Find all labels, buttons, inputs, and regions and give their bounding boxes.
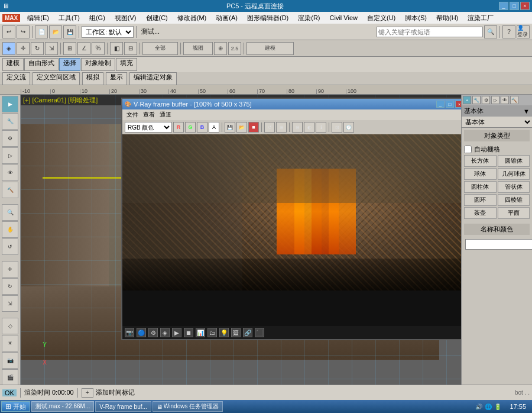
obj-pyramid[interactable]: 四棱锥 [498,194,530,206]
vray-frame-buffer[interactable]: 🎨 V-Ray frame buffer - [100% of 500 x 37… [121,98,461,340]
menu-civil-view[interactable]: Civil View [327,13,360,22]
vray-compare[interactable]: ⊟ [292,122,303,133]
maximize-button[interactable]: □ [510,2,519,10]
vray-status-btn-10[interactable]: 🖼 [231,328,241,337]
panel-hierarchy[interactable]: ⚙ [482,96,490,104]
define-space[interactable]: 定义空间区域 [33,72,80,85]
obj-tube[interactable]: 管状体 [498,181,530,193]
menu-render-factory[interactable]: 渲染工厂 [465,12,496,24]
panel-motion[interactable]: ▷ [491,96,499,104]
named-selection[interactable]: 全部 [142,42,178,55]
vray-stop[interactable]: ■ [248,122,259,133]
vray-open[interactable]: 📂 [236,122,247,133]
edit-placement[interactable]: 编辑适定对象 [129,72,177,85]
vray-status-btn-4[interactable]: ◈ [160,328,170,337]
taskbar-item-max[interactable]: 测试.max - 22.66M... [31,401,94,412]
add-time-marker-btn[interactable]: + [82,388,93,398]
rotate-left-btn[interactable]: ↻ [2,278,18,295]
menu-script[interactable]: 脚本(S) [403,12,429,24]
start-button[interactable]: ⊞ 开始 [1,401,30,412]
create-selection-set[interactable]: 建模 [246,42,294,55]
vray-status-btn-5[interactable]: ▶ [172,328,181,337]
vray-zoom-fit[interactable]: ⊞ [276,122,287,133]
search-button[interactable]: 🔍 [484,25,497,38]
vray-menu-file[interactable]: 文件 [125,110,140,120]
light-btn[interactable]: ☀ [2,335,18,351]
menu-edit[interactable]: 编辑(E) [25,12,51,24]
pan-tool[interactable]: ✋ [2,221,18,238]
vray-save[interactable]: 💾 [225,122,235,133]
zoom-tool[interactable]: 🔍 [2,204,18,221]
display-btn[interactable]: 👁 [2,164,18,181]
max-viewport[interactable]: [+] [Camera01] [明暗处理] X Y 🎨 V-Ray frame [21,95,461,389]
angle-snap[interactable]: ∠ [77,42,90,55]
vray-status-btn-7[interactable]: 📊 [196,328,205,337]
vray-menu-channel[interactable]: 通道 [158,110,173,120]
move-left-btn[interactable]: ✛ [2,261,18,278]
snap-toggle[interactable]: ⊞ [63,42,76,55]
material-btn[interactable]: ◇ [2,318,18,334]
menu-view[interactable]: 视图(V) [112,12,139,24]
align-tool[interactable]: ⊟ [124,42,137,55]
menu-animation[interactable]: 动画(A) [213,12,240,24]
obj-sphere[interactable]: 球体 [464,168,497,180]
vray-maximize[interactable]: □ [446,101,454,108]
menu-render[interactable]: 渲染(R) [296,12,322,24]
obj-geosphere[interactable]: 几何球体 [498,168,530,180]
tray-icon-network[interactable]: 🌐 [485,404,492,410]
modify-panel-btn[interactable]: 🔧 [2,113,18,130]
panel-display[interactable]: 👁 [501,96,509,104]
vray-status-btn-1[interactable]: 📷 [125,328,134,337]
mode-freeform[interactable]: 自由形式 [24,58,59,71]
undo-button[interactable]: ↩ [2,25,15,38]
vray-status-btn-6[interactable]: ⏹ [184,328,193,337]
obj-plane[interactable]: 平面 [498,207,530,219]
close-button[interactable]: × [520,2,530,10]
view-dropdown[interactable]: 视图 [183,42,213,55]
vray-status-btn-11[interactable]: 🔗 [243,328,252,337]
move-tool[interactable]: ✛ [17,42,30,55]
menu-graph-editor[interactable]: 图形编辑器(D) [245,12,291,24]
new-button[interactable]: 📄 [35,25,48,38]
define-flow[interactable]: 定义流 [2,72,30,85]
menu-group[interactable]: 组(G) [87,12,108,24]
vray-menu-view[interactable]: 查看 [141,110,157,120]
menu-help[interactable]: 帮助(H) [434,12,460,24]
create-panel-btn[interactable]: ▶ [2,96,18,112]
mode-populate[interactable]: 填充 [116,58,137,71]
vray-pixel-info[interactable]: ℹ [316,122,326,133]
vray-rgb-r[interactable]: R [173,122,184,133]
camera-btn[interactable]: 📷 [2,352,18,369]
obj-cylinder[interactable]: 圆柱体 [464,181,497,193]
login-button[interactable]: 👤 登录 [517,25,530,38]
search-input[interactable] [377,27,483,37]
percent-snap[interactable]: % [92,42,105,55]
scale-tool[interactable]: ⇲ [45,42,58,55]
taskbar-item-vray[interactable]: V-Ray frame buf... [95,401,151,412]
vray-canvas[interactable] [122,134,461,326]
menu-customize[interactable]: 自定义(U) [365,12,398,24]
vray-region[interactable]: ⊡ [332,122,342,133]
utilities-btn[interactable]: 🔨 [2,182,18,198]
vray-status-btn-9[interactable]: 💡 [219,328,229,337]
vray-close[interactable]: × [455,101,461,108]
panel-utilities[interactable]: 🔨 [510,96,518,104]
mode-model[interactable]: 建模 [2,58,24,71]
motion-btn[interactable]: ▷ [2,147,18,164]
vray-alpha[interactable]: A [209,122,219,133]
menu-create[interactable]: 创建(C) [144,12,170,24]
panel-modify[interactable]: 🔧 [472,96,481,104]
vray-reset[interactable]: ↺ [264,122,275,133]
menu-tools[interactable]: 工具(T) [56,12,82,24]
panel-category-dropdown[interactable]: 基本体 [462,117,532,128]
obj-cone[interactable]: 圆锥体 [498,155,530,167]
vray-minimize[interactable]: _ [436,101,445,108]
obj-box[interactable]: 长方体 [464,155,497,167]
panel-create[interactable]: + [463,96,471,104]
menu-modifiers[interactable]: 修改器(M) [175,12,209,24]
vray-status-btn-2[interactable]: 🔵 [137,328,146,337]
save-button[interactable]: 💾 [63,25,76,38]
taskbar-item-taskmgr[interactable]: 🖥 Windows 任务管理器 [153,401,223,412]
redo-button[interactable]: ↪ [17,25,30,38]
auto-grid-checkbox[interactable] [464,146,472,153]
